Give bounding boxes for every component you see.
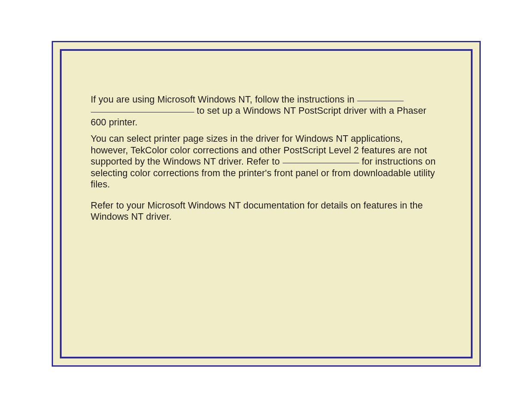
paragraph-1: If you are using Microsoft Windows NT, f… xyxy=(91,94,442,128)
paragraph-2: You can select printer page sizes in the… xyxy=(91,133,442,190)
paragraph-3-text: Refer to your Microsoft Windows NT docum… xyxy=(91,200,423,222)
inner-frame: If you are using Microsoft Windows NT, f… xyxy=(60,49,473,358)
paragraph-1-text-a: If you are using Microsoft Windows NT, f… xyxy=(91,94,357,105)
blank-field-3 xyxy=(283,163,359,163)
paragraph-1-text-b: to set up a Windows NT PostScript driver… xyxy=(91,106,426,127)
blank-field-1 xyxy=(357,101,404,101)
blank-field-2 xyxy=(91,112,194,112)
outer-frame: If you are using Microsoft Windows NT, f… xyxy=(52,41,481,367)
paragraph-3: Refer to your Microsoft Windows NT docum… xyxy=(91,200,442,223)
document-content: If you are using Microsoft Windows NT, f… xyxy=(91,94,442,222)
